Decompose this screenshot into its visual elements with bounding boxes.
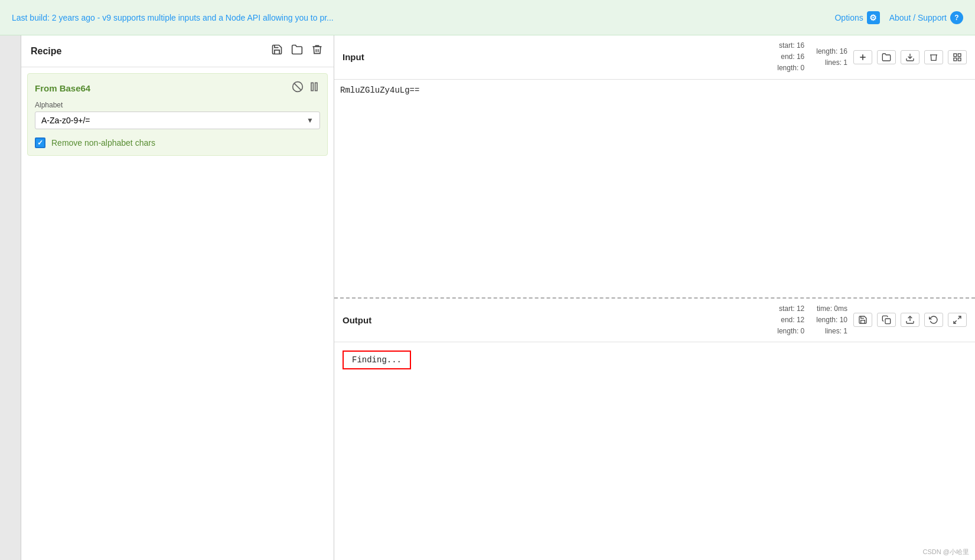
operation-card: From Base64 [27,73,328,156]
output-time: time: 0ms [816,303,847,315]
input-open-button[interactable] [877,50,896,64]
remove-nonalpha-checkbox[interactable]: ✓ [35,137,45,148]
svg-rect-2 [311,83,313,90]
input-textarea[interactable]: RmluZGluZy4uLg== [334,80,975,297]
svg-rect-3 [315,83,317,90]
gear-icon: ⚙ [867,11,880,24]
input-start: start: 16 [777,40,804,51]
input-layout-button[interactable] [948,50,967,64]
input-header: Input start: 16 end: 16 length: 0 length… [334,35,975,80]
input-add-button[interactable] [853,50,872,64]
operation-header: From Base64 [35,81,320,95]
output-undo-button[interactable] [924,313,943,327]
checkbox-check-icon: ✓ [37,139,43,147]
input-title: Input [343,52,364,62]
remove-nonalpha-label: Remove non-alphabet chars [51,138,155,148]
alphabet-label: Alphabet [35,101,320,109]
output-stats2: time: 0ms length: 10 lines: 1 [816,303,847,338]
input-length: length: 16 [816,46,847,57]
input-delete-button[interactable] [924,50,943,64]
banner-text: Last build: 2 years ago - v9 supports mu… [12,13,334,22]
pause-operation-button[interactable] [308,81,320,95]
operation-title: From Base64 [35,83,90,93]
output-fullscreen-button[interactable] [948,313,967,327]
main-container: Recipe [0,35,975,560]
svg-line-14 [954,321,957,324]
output-toolbar [853,313,967,327]
output-copy-button[interactable] [877,313,896,327]
recipe-header: Recipe [21,35,334,67]
input-section: Input start: 16 end: 16 length: 0 length… [334,35,975,299]
sidebar-strip [0,35,21,560]
output-section: Output start: 12 end: 12 length: 0 time:… [334,299,975,561]
options-label: Options [834,13,863,22]
dropdown-arrow-icon: ▼ [306,116,314,125]
input-end: end: 16 [777,51,804,63]
output-lines: lines: 1 [816,326,847,337]
remove-nonalpha-row: ✓ Remove non-alphabet chars [35,137,320,148]
input-stats1: start: 16 end: 16 length: 0 [777,40,804,74]
output-end: end: 12 [777,315,804,326]
svg-rect-7 [954,54,957,57]
output-export-button[interactable] [901,313,919,327]
about-label: About / Support [889,13,947,22]
banner-right: Options ⚙ About / Support ? [834,11,963,24]
question-icon: ? [950,11,963,24]
open-recipe-button[interactable] [290,42,304,60]
alphabet-dropdown[interactable]: A-Za-z0-9+/= ▼ [35,112,320,129]
output-content: Finding... [334,342,975,378]
input-toolbar [853,50,967,64]
recipe-icons [270,42,324,60]
output-length: length: 10 [816,315,847,326]
right-panel: Input start: 16 end: 16 length: 0 length… [334,35,975,560]
input-stats2: length: 16 lines: 1 [816,46,847,68]
footer: CSDN @小哈里 [923,548,969,556]
output-header: Output start: 12 end: 12 length: 0 time:… [334,299,975,343]
svg-rect-10 [954,58,957,61]
svg-rect-9 [958,58,961,61]
operation-controls [292,81,320,95]
input-stats-area: start: 16 end: 16 length: 0 length: 16 l… [777,40,967,74]
output-finding-box: Finding... [343,351,411,369]
disable-operation-button[interactable] [292,81,304,95]
output-stats1: start: 12 end: 12 length: 0 [777,303,804,338]
output-stats-area: start: 12 end: 12 length: 0 time: 0ms le… [777,303,967,338]
delete-recipe-button[interactable] [310,42,324,60]
input-import-button[interactable] [901,50,919,64]
output-length0: length: 0 [777,326,804,337]
svg-line-1 [294,83,301,90]
svg-line-13 [958,316,961,319]
input-lines: lines: 1 [816,57,847,68]
alphabet-value: A-Za-z0-9+/= [41,116,90,125]
output-title: Output [343,315,371,325]
options-button[interactable]: Options ⚙ [834,11,879,24]
top-banner: Last build: 2 years ago - v9 supports mu… [0,0,975,35]
recipe-panel: Recipe [21,35,334,560]
svg-rect-8 [958,54,961,57]
output-start: start: 12 [777,303,804,315]
footer-text: CSDN @小哈里 [923,548,969,555]
output-save-button[interactable] [853,313,872,327]
input-length0: length: 0 [777,63,804,74]
alphabet-field: Alphabet A-Za-z0-9+/= ▼ [35,101,320,129]
save-recipe-button[interactable] [270,42,284,60]
about-support-button[interactable]: About / Support ? [889,11,963,24]
recipe-title: Recipe [31,46,61,57]
svg-rect-11 [885,319,891,324]
